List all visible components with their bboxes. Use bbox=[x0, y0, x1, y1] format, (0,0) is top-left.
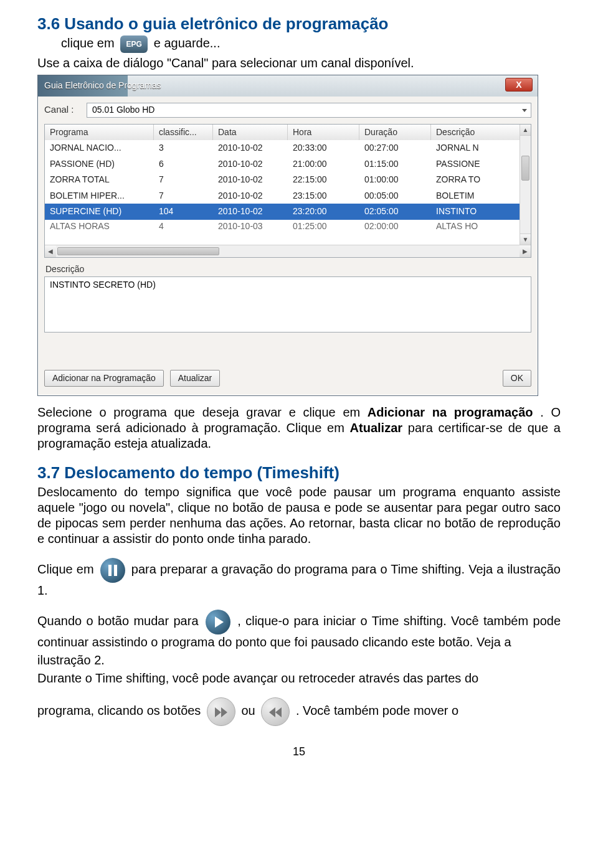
cell: 00:27:00 bbox=[359, 140, 431, 156]
rewind-icon[interactable] bbox=[261, 697, 290, 726]
cell: 00:05:00 bbox=[359, 188, 431, 204]
text-pre-epg: clique em bbox=[61, 36, 118, 50]
cell: JORNAL NACIO... bbox=[45, 140, 154, 156]
cell: 7 bbox=[154, 188, 213, 204]
cell: 01:25:00 bbox=[288, 220, 359, 232]
cell: BOLETIM HIPER... bbox=[45, 188, 154, 204]
text: Quando o botão mudar para bbox=[37, 614, 203, 628]
play-para: Quando o botão mudar para , clique-o par… bbox=[37, 610, 561, 650]
cell: ZORRA TO bbox=[431, 172, 518, 188]
close-button[interactable]: X bbox=[505, 78, 533, 92]
cell: ALTAS HORAS bbox=[45, 220, 154, 232]
bold-text: Adicionar na programação bbox=[368, 405, 533, 419]
text: . Você também pode mover o bbox=[296, 704, 458, 717]
illustration-2-line: ilustração 2. bbox=[37, 653, 561, 668]
page-number: 15 bbox=[37, 745, 561, 759]
table-row-selected[interactable]: SUPERCINE (HD) 104 2010-10-02 23:20:00 0… bbox=[45, 204, 531, 220]
grid-header: Programa classific... Data Hora Duração … bbox=[45, 125, 531, 141]
scroll-left-icon[interactable]: ◀ bbox=[45, 245, 56, 257]
description-box: INSTINTO SECRETO (HD) bbox=[44, 276, 531, 333]
col-duracao[interactable]: Duração bbox=[359, 125, 431, 141]
vertical-scrollbar[interactable]: ▲ ▼ bbox=[520, 125, 531, 245]
text: Selecione o programa que deseja gravar e… bbox=[37, 405, 368, 419]
scroll-right-icon[interactable]: ▶ bbox=[520, 245, 531, 257]
scroll-up-icon[interactable]: ▲ bbox=[520, 125, 531, 136]
table-row[interactable]: ALTAS HORAS 4 2010-10-03 01:25:00 02:00:… bbox=[45, 220, 531, 232]
text-post-epg: e aguarde... bbox=[154, 36, 221, 50]
section-3-7-body: Deslocamento do tempo significa que você… bbox=[37, 484, 561, 547]
description-value: INSTINTO SECRETO (HD) bbox=[50, 280, 156, 290]
table-row[interactable]: PASSIONE (HD) 6 2010-10-02 21:00:00 01:1… bbox=[45, 156, 531, 172]
add-to-schedule-button[interactable]: Adicionar na Programação bbox=[44, 370, 164, 387]
text: ou bbox=[242, 704, 259, 717]
program-grid: Programa classific... Data Hora Duração … bbox=[44, 124, 531, 258]
ffrw-para-1: Durante o Time shifting, você pode avanç… bbox=[37, 671, 561, 686]
cell: BOLETIM bbox=[431, 188, 518, 204]
cell: 23:15:00 bbox=[288, 188, 359, 204]
cell: 20:33:00 bbox=[288, 140, 359, 156]
cell: 23:20:00 bbox=[288, 204, 359, 220]
col-hora[interactable]: Hora bbox=[288, 125, 359, 141]
cell: 2010-10-03 bbox=[213, 220, 288, 232]
scroll-thumb[interactable] bbox=[57, 247, 219, 255]
cell: INSTINTO bbox=[431, 204, 518, 220]
cell: 6 bbox=[154, 156, 213, 172]
channel-value: 05.01 Globo HD bbox=[92, 105, 154, 116]
section-3-6-heading: 3.6 Usando o guia eletrônico de programa… bbox=[37, 14, 561, 34]
scroll-thumb[interactable] bbox=[521, 156, 529, 181]
cell: 3 bbox=[154, 140, 213, 156]
cell: SUPERCINE (HD) bbox=[45, 204, 154, 220]
cell: ALTAS HO bbox=[431, 220, 518, 232]
bold-text: Atualizar bbox=[350, 421, 402, 435]
channel-combo[interactable]: 05.01 Globo HD bbox=[87, 103, 531, 118]
cell: JORNAL N bbox=[431, 140, 518, 156]
ffrw-para-2: programa, clicando os botões ou . Você t… bbox=[37, 697, 561, 726]
cell: 02:00:00 bbox=[359, 220, 431, 232]
cell: 2010-10-02 bbox=[213, 140, 288, 156]
cell: 22:15:00 bbox=[288, 172, 359, 188]
line-use-canal: Use a caixa de diálogo "Canal" para sele… bbox=[37, 55, 561, 71]
col-programa[interactable]: Programa bbox=[45, 125, 154, 141]
cell: 01:15:00 bbox=[359, 156, 431, 172]
play-icon[interactable] bbox=[206, 610, 230, 634]
cell: 104 bbox=[154, 204, 213, 220]
col-classific[interactable]: classific... bbox=[154, 125, 213, 141]
cell: PASSIONE bbox=[431, 156, 518, 172]
channel-label: Canal : bbox=[44, 104, 82, 116]
cell: ZORRA TOTAL bbox=[45, 172, 154, 188]
section-3-7-heading: 3.7 Deslocamento do tempo (Timeshift) bbox=[37, 463, 561, 483]
ok-button[interactable]: OK bbox=[503, 370, 531, 387]
epg-icon[interactable]: EPG bbox=[120, 35, 148, 53]
fast-forward-icon[interactable] bbox=[207, 697, 235, 726]
cell: 02:05:00 bbox=[359, 204, 431, 220]
epg-dialog: Guia Eletrônico de Programas X Canal : 0… bbox=[37, 75, 538, 397]
text: Clique em bbox=[37, 562, 98, 576]
scroll-down-icon[interactable]: ▼ bbox=[520, 234, 531, 245]
description-label: Descrição bbox=[45, 264, 531, 275]
table-row[interactable]: ZORRA TOTAL 7 2010-10-02 22:15:00 01:00:… bbox=[45, 172, 531, 188]
pause-icon[interactable] bbox=[100, 558, 125, 583]
horizontal-scrollbar[interactable]: ◀ ▶ bbox=[45, 245, 531, 257]
cell: 21:00:00 bbox=[288, 156, 359, 172]
cell: 2010-10-02 bbox=[213, 172, 288, 188]
col-descricao[interactable]: Descrição bbox=[431, 125, 518, 141]
col-data[interactable]: Data bbox=[213, 125, 288, 141]
text: programa, clicando os botões bbox=[37, 704, 204, 717]
cell: PASSIONE (HD) bbox=[45, 156, 154, 172]
dialog-titlebar: Guia Eletrônico de Programas X bbox=[38, 75, 538, 97]
cell: 2010-10-02 bbox=[213, 204, 288, 220]
cell: 4 bbox=[154, 220, 213, 232]
dialog-title: Guia Eletrônico de Programas bbox=[44, 80, 161, 92]
after-dialog-para: Selecione o programa que deseja gravar e… bbox=[37, 405, 561, 451]
refresh-button[interactable]: Atualizar bbox=[170, 370, 220, 387]
cell: 7 bbox=[154, 172, 213, 188]
line-click-epg: clique em EPG e aguarde... bbox=[37, 35, 561, 53]
cell: 2010-10-02 bbox=[213, 156, 288, 172]
table-row[interactable]: BOLETIM HIPER... 7 2010-10-02 23:15:00 0… bbox=[45, 188, 531, 204]
cell: 2010-10-02 bbox=[213, 188, 288, 204]
table-row[interactable]: JORNAL NACIO... 3 2010-10-02 20:33:00 00… bbox=[45, 140, 531, 156]
cell: 01:00:00 bbox=[359, 172, 431, 188]
pause-para: Clique em para preparar a gravação do pr… bbox=[37, 558, 561, 598]
